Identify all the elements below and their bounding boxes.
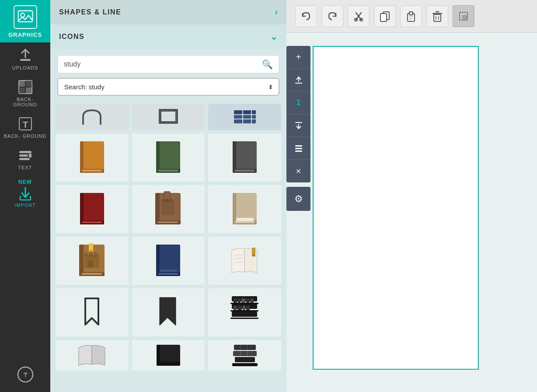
svg-rect-111 [380,14,387,21]
sidebar-item-import-label: IMPORT [14,203,36,208]
svg-rect-87 [234,306,237,310]
svg-rect-96 [157,362,180,366]
svg-rect-129 [295,148,302,149]
cut-button[interactable] [348,5,370,27]
svg-rect-88 [237,306,242,310]
icon-cell-bookmark-outline[interactable] [56,288,129,336]
sidebar-item-background[interactable]: BACK-GROUND [0,74,50,111]
icon-cell-book-green[interactable] [132,133,205,182]
svg-rect-51 [169,199,172,202]
side-controls: + 1 [286,46,310,211]
page-number: 1 [286,91,310,114]
svg-rect-81 [232,312,257,317]
svg-rect-99 [233,351,257,356]
middle-panel: SHAPES & LINE › ICONS ⌄ 🔍 Search: study … [50,0,286,392]
icon-cell-book-beige[interactable] [208,185,281,233]
sidebar-item-uploads[interactable]: UPLOADS [0,42,50,74]
close-page-button[interactable]: × [286,160,310,182]
svg-rect-90 [246,306,250,310]
sidebar-item-tools-label: TEXT [18,165,32,170]
icon-cell-book-brown-bookmark[interactable] [132,185,205,233]
list-pages-button[interactable] [286,137,310,160]
icon-cell-book-stack[interactable] [208,340,281,371]
svg-rect-117 [434,14,441,21]
svg-rect-7 [19,88,25,94]
svg-rect-98 [234,345,256,350]
undo-button[interactable] [295,5,317,27]
toolbar [286,0,537,33]
svg-rect-70 [156,245,160,276]
svg-rect-89 [243,306,245,310]
icon-cell-book-brown-castle[interactable] [56,237,129,285]
svg-rect-63 [89,252,92,257]
svg-rect-64 [94,252,97,257]
search-input[interactable] [64,60,262,68]
svg-rect-13 [29,154,31,158]
redo-button[interactable] [321,5,343,27]
svg-rect-62 [84,252,87,257]
svg-rect-32 [156,141,160,173]
icon-cell-open-book2[interactable] [56,340,129,371]
icons-grid [50,100,286,392]
app-logo[interactable] [14,5,37,29]
icon-cell-book-navy[interactable] [132,237,205,285]
tools-icon [16,147,35,163]
icon-cell-book-red[interactable] [56,185,129,233]
add-page-button[interactable]: + [286,46,310,69]
paste-button[interactable] [400,5,422,27]
svg-rect-29 [82,170,102,172]
svg-rect-50 [166,199,168,202]
settings-button[interactable]: ⚙ [286,187,310,211]
svg-rect-97 [157,345,160,366]
svg-rect-41 [82,221,102,223]
icon-cell-bracket[interactable] [132,104,205,130]
svg-text:T: T [22,120,28,130]
svg-rect-60 [82,273,102,275]
dropdown-wrapper: Search: study All Icons Favorites ⬍ [57,78,279,96]
app-label: GRAPHICS [8,32,42,38]
svg-rect-72 [160,270,177,272]
icon-cell-table[interactable] [208,104,281,130]
svg-rect-38 [80,193,104,224]
icon-cell-book-darkgray[interactable] [208,133,281,182]
dropdown-area: Search: study All Icons Favorites ⬍ [50,78,286,100]
shapes-section-title: SHAPES & LINE [59,8,121,16]
icon-cell-book-black[interactable] [132,340,205,371]
svg-rect-5 [26,88,32,94]
sidebar-item-uploads-label: UPLOADS [12,65,38,70]
icons-chevron-icon: ⌄ [270,32,278,42]
svg-rect-0 [18,11,32,22]
icon-cell-arch[interactable] [56,104,129,130]
sidebar-item-tools[interactable]: TEXT [0,142,50,174]
svg-rect-93 [230,318,258,319]
svg-rect-92 [230,310,258,312]
svg-rect-65 [88,260,93,268]
icons-section-title: ICONS [59,33,84,41]
move-up-button[interactable] [286,69,310,91]
icon-cell-book-orange[interactable] [56,133,129,182]
main-area: + 1 [286,0,537,392]
svg-rect-2 [20,59,31,61]
icons-section-header[interactable]: ICONS ⌄ [50,24,286,49]
icon-cell-bookshelf[interactable] [208,288,281,336]
svg-rect-101 [232,363,258,366]
icon-cell-book-open[interactable] [208,237,281,285]
svg-rect-56 [236,218,254,221]
svg-rect-36 [233,141,236,173]
delete-button[interactable] [426,5,448,27]
move-down-button[interactable] [286,114,310,137]
svg-rect-45 [158,221,178,223]
shapes-section-header[interactable]: SHAPES & LINE › [50,0,286,24]
sidebar-item-new-import[interactable]: NEW IMPORT [0,174,50,211]
svg-rect-54 [233,193,236,224]
sidebar-circle-btn[interactable]: ₸ [0,361,50,388]
category-dropdown[interactable]: Search: study All Icons Favorites [57,78,279,96]
icon-cell-bookmark-filled[interactable] [132,288,205,336]
svg-rect-49 [162,199,165,202]
sidebar-item-text[interactable]: T BACK- GROUND [0,111,50,142]
sidebar-item-background-label: BACK-GROUND [13,97,37,107]
new-badge: NEW [18,179,32,185]
svg-rect-17 [159,109,178,112]
select-button[interactable] [453,5,474,27]
copy-button[interactable] [374,5,396,27]
